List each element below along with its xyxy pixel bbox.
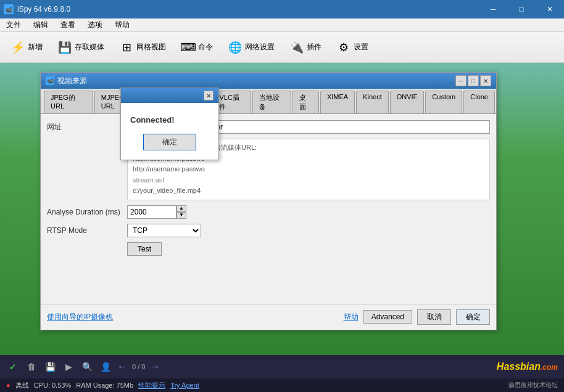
analyse-duration-input[interactable] xyxy=(127,205,176,219)
advanced-button[interactable]: Advanced xyxy=(363,310,412,324)
dialog-minimize[interactable]: ─ xyxy=(455,75,467,86)
menubar: 文件 编辑 查看 选项 帮助 xyxy=(0,18,564,32)
popup-titlebar: ✕ xyxy=(121,88,218,103)
plugins-icon: 🔌 xyxy=(289,40,304,55)
connected-popup: ✕ Connected! 确定 xyxy=(120,88,219,160)
tab-jpeg-url[interactable]: JPEG的URL xyxy=(44,91,93,113)
cpu-status: CPU: 0.53% xyxy=(34,382,72,389)
offline-label: 离线 xyxy=(15,381,29,390)
url-row: 网址 xyxy=(47,120,490,134)
menu-view[interactable]: 查看 xyxy=(54,18,81,31)
dialog-close[interactable]: ✕ xyxy=(480,75,491,86)
tab-desktop[interactable]: 桌面 xyxy=(292,91,319,113)
minimize-button[interactable]: ─ xyxy=(479,0,507,18)
toolbar-network[interactable]: 🌐 网络设置 xyxy=(222,38,281,57)
brand-main: Hassbian xyxy=(497,361,541,372)
statusbar-top: ✓ 🗑 💾 ▶ 🔍 👤 ← 0 / 0 → Hassbian.com xyxy=(0,355,564,378)
test-row: Test xyxy=(47,242,490,256)
toolbar-grid[interactable]: ⊞ 网格视图 xyxy=(113,38,172,57)
settings-icon: ⚙ xyxy=(336,40,351,55)
tab-kinect[interactable]: Kinect xyxy=(356,91,389,113)
dialog-title: 视频来源 xyxy=(57,76,455,86)
dialog-icon: 📹 xyxy=(46,76,54,85)
help-link[interactable]: 帮助 xyxy=(344,312,359,322)
tab-local-device[interactable]: 当地设备 xyxy=(252,91,291,113)
status-search-icon[interactable]: 🔍 xyxy=(80,360,94,374)
app-title: iSpy 64 v6.9.8.0 xyxy=(17,5,479,14)
toolbar-command[interactable]: ⌨ 命令 xyxy=(175,38,219,57)
spacer xyxy=(47,261,490,298)
menu-edit[interactable]: 编辑 xyxy=(27,18,54,31)
toolbar-plugins[interactable]: 🔌 插件 xyxy=(283,38,328,57)
ok-button[interactable]: 确定 xyxy=(456,309,490,325)
nav-forward-arrow[interactable]: → xyxy=(150,361,160,372)
statusbar: ✓ 🗑 💾 ▶ 🔍 👤 ← 0 / 0 → Hassbian.com ● 离线 … xyxy=(0,355,564,392)
status-user-icon[interactable]: 👤 xyxy=(99,360,112,374)
url-label: 网址 xyxy=(47,122,127,133)
dialog-titlebar: 📹 视频来源 ─ □ ✕ xyxy=(41,73,496,89)
popup-ok-button[interactable]: 确定 xyxy=(143,134,196,150)
analyse-duration-row: Analyse Duration (ms) ▲ ▼ xyxy=(47,205,490,219)
menu-help[interactable]: 帮助 xyxy=(109,18,136,31)
menu-file[interactable]: 文件 xyxy=(0,18,27,31)
toolbar-settings-label: 设置 xyxy=(354,42,368,52)
popup-close-button[interactable]: ✕ xyxy=(204,91,214,100)
agent-link[interactable]: Try Agent xyxy=(170,382,199,389)
perf-link[interactable]: 性能提示 xyxy=(138,381,165,390)
hint-line-3: stream.asf xyxy=(133,175,484,186)
hint-line-2: http://username:passwo xyxy=(133,164,484,175)
status-trash-icon[interactable]: 🗑 xyxy=(25,360,38,374)
counter-display: 0 / 0 xyxy=(132,363,145,370)
tab-clone[interactable]: Clone xyxy=(463,91,495,113)
dialog-bottom-left: 使用向导的IP摄像机 xyxy=(47,312,339,322)
analyse-duration-label: Analyse Duration (ms) xyxy=(47,208,127,216)
tab-ximea[interactable]: XIMEA xyxy=(320,91,355,113)
dialog-bottom-bar: 使用向导的IP摄像机 帮助 Advanced 取消 确定 xyxy=(41,304,496,330)
toolbar-settings[interactable]: ⚙ 设置 xyxy=(330,38,375,57)
window-controls: ─ □ ✕ xyxy=(479,0,564,18)
command-icon: ⌨ xyxy=(181,40,196,55)
rtsp-mode-select[interactable]: TCP UDP HTTP xyxy=(127,224,201,237)
connected-message: Connected! xyxy=(130,115,209,125)
toolbar-grid-label: 网格视图 xyxy=(136,42,166,52)
analyse-duration-spinner: ▲ ▼ xyxy=(127,205,186,219)
spinner-buttons: ▲ ▼ xyxy=(176,205,186,219)
tab-custom[interactable]: Custom xyxy=(425,91,462,113)
sub-brand: 渝思彼岸技术论坛 xyxy=(508,381,558,390)
cancel-button[interactable]: 取消 xyxy=(417,309,451,325)
toolbar-media-label: 存取媒体 xyxy=(75,42,104,52)
toolbar: ⚡ 新增 💾 存取媒体 ⊞ 网格视图 ⌨ 命令 🌐 网络设置 🔌 插件 ⚙ 设置 xyxy=(0,32,564,63)
hint-line-4: c:/your_video_file.mp4 xyxy=(133,186,484,197)
tab-onvif[interactable]: ONVIF xyxy=(390,91,425,113)
brand-suffix: .com xyxy=(541,363,558,372)
main-content: 📹 视频来源 ─ □ ✕ JPEG的URL MJPEG的URL FFMPEG (… xyxy=(0,63,564,355)
toolbar-add[interactable]: ⚡ 新增 xyxy=(4,38,49,57)
app-titlebar: 📹 iSpy 64 v6.9.8.0 ─ □ ✕ xyxy=(0,0,564,18)
rtsp-mode-label: RTSP Mode xyxy=(47,226,127,235)
nav-back-arrow[interactable]: ← xyxy=(117,361,127,372)
wizard-link[interactable]: 使用向导的IP摄像机 xyxy=(47,312,113,321)
toolbar-add-label: 新增 xyxy=(28,42,43,52)
test-button[interactable]: Test xyxy=(127,242,162,256)
status-check-icon[interactable]: ✓ xyxy=(6,360,20,374)
maximize-button[interactable]: □ xyxy=(507,0,536,18)
toolbar-plugins-label: 插件 xyxy=(307,42,321,52)
status-play-icon[interactable]: ▶ xyxy=(62,360,75,374)
popup-body: Connected! 确定 xyxy=(121,103,218,160)
toolbar-command-label: 命令 xyxy=(198,42,213,52)
app-icon: 📹 xyxy=(4,4,14,14)
status-dot-icon: ● xyxy=(6,382,10,389)
media-icon: 💾 xyxy=(57,40,72,55)
tab-bar: JPEG的URL MJPEG的URL FFMPEG (H264) VLC插件 当… xyxy=(41,89,496,114)
rtsp-mode-row: RTSP Mode TCP UDP HTTP xyxy=(47,224,490,237)
close-button[interactable]: ✕ xyxy=(536,0,564,18)
toolbar-media[interactable]: 💾 存取媒体 xyxy=(51,38,110,57)
spinner-up[interactable]: ▲ xyxy=(176,205,186,212)
spinner-down[interactable]: ▼ xyxy=(176,212,186,219)
dialog-maximize[interactable]: □ xyxy=(468,75,479,86)
status-save-icon[interactable]: 💾 xyxy=(43,360,57,374)
statusbar-bottom: ● 离线 CPU: 0.53% RAM Usage: 75Mb 性能提示 Try… xyxy=(0,378,564,392)
hassbian-brand: Hassbian.com xyxy=(497,361,558,372)
menu-options[interactable]: 选项 xyxy=(81,18,109,31)
toolbar-network-label: 网络设置 xyxy=(245,42,275,52)
